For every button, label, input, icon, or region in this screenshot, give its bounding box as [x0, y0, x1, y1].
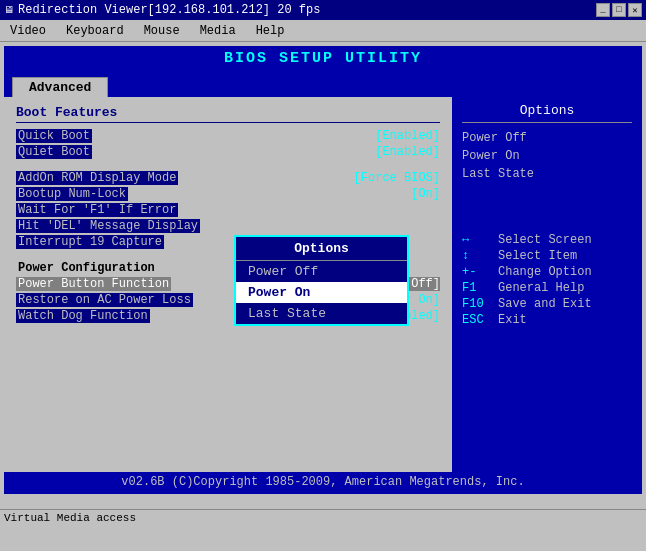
minimize-button[interactable]: _ — [596, 3, 610, 17]
bios-header: BIOS SETUP UTILITY — [4, 46, 642, 71]
label-select-item: Select Item — [498, 249, 577, 263]
window-icon: 🖥 — [4, 4, 14, 16]
dropdown-item-power-off[interactable]: Power Off — [236, 261, 407, 282]
value-bootup-numlock: [On] — [411, 187, 440, 201]
bios-row-quiet-boot[interactable]: Quiet Boot [Enabled] — [16, 145, 440, 159]
right-divider-3 — [462, 215, 632, 231]
window-title-left: 🖥 Redirection Viewer[192.168.101.212] 20… — [4, 3, 320, 17]
menu-keyboard[interactable]: Keyboard — [60, 23, 130, 39]
right-panel-title: Options — [462, 103, 632, 123]
close-button[interactable]: ✕ — [628, 3, 642, 17]
bios-row-hit-del[interactable]: Hit 'DEL' Message Display — [16, 219, 440, 233]
key-change-option: +- — [462, 265, 492, 279]
label-wait-f1: Wait For 'F1' If Error — [16, 203, 178, 217]
label-exit: Exit — [498, 313, 527, 327]
bios-row-wait-f1[interactable]: Wait For 'F1' If Error — [16, 203, 440, 217]
keybind-select-screen: ↔ Select Screen — [462, 233, 632, 247]
right-panel: Options Power Off Power On Last State ↔ … — [452, 97, 642, 472]
right-option-power-on: Power On — [462, 147, 632, 165]
label-power-config: Power Configuration — [16, 261, 157, 275]
key-select-screen: ↔ — [462, 233, 492, 247]
keybind-general-help: F1 General Help — [462, 281, 632, 295]
right-option-last-state: Last State — [462, 165, 632, 183]
label-power-btn: Power Button Function — [16, 277, 171, 291]
menu-bar: Video Keyboard Mouse Media Help — [0, 20, 646, 42]
value-quiet-boot: [Enabled] — [375, 145, 440, 159]
value-addon-rom: [Force BIOS] — [354, 171, 440, 185]
bios-main: Boot Features Quick Boot [Enabled] Quiet… — [4, 97, 642, 472]
bios-container: BIOS SETUP UTILITY Advanced Boot Feature… — [0, 42, 646, 509]
label-watchdog: Watch Dog Function — [16, 309, 150, 323]
bottom-bar: Virtual Media access — [0, 509, 646, 527]
keybind-select-item: ↕ Select Item — [462, 249, 632, 263]
label-addon-rom: AddOn ROM Display Mode — [16, 171, 178, 185]
key-save-exit: F10 — [462, 297, 492, 311]
bios-row-addon-rom[interactable]: AddOn ROM Display Mode [Force BIOS] — [16, 171, 440, 185]
left-panel: Boot Features Quick Boot [Enabled] Quiet… — [4, 97, 452, 472]
label-restore-ac: Restore on AC Power Loss — [16, 293, 193, 307]
keybind-change-option: +- Change Option — [462, 265, 632, 279]
keybind-exit: ESC Exit — [462, 313, 632, 327]
value-quick-boot: [Enabled] — [375, 129, 440, 143]
maximize-button[interactable]: □ — [612, 3, 626, 17]
menu-help[interactable]: Help — [250, 23, 291, 39]
label-select-screen: Select Screen — [498, 233, 592, 247]
status-bar: v02.6B (C)Copyright 1985-2009, American … — [4, 472, 642, 494]
window-title: Redirection Viewer[192.168.101.212] 20 f… — [18, 3, 320, 17]
dropdown-item-last-state[interactable]: Last State — [236, 303, 407, 324]
window-title-bar: 🖥 Redirection Viewer[192.168.101.212] 20… — [0, 0, 646, 20]
dropdown-item-power-on[interactable]: Power On — [236, 282, 407, 303]
section-title: Boot Features — [16, 105, 440, 123]
menu-media[interactable]: Media — [194, 23, 242, 39]
bios-row-quick-boot[interactable]: Quick Boot [Enabled] — [16, 129, 440, 143]
keybind-save-exit: F10 Save and Exit — [462, 297, 632, 311]
spacer-1 — [16, 161, 440, 169]
dropdown-title: Options — [236, 237, 407, 261]
bios-row-bootup-numlock[interactable]: Bootup Num-Lock [On] — [16, 187, 440, 201]
dropdown-popup: Options Power Off Power On Last State — [234, 235, 409, 326]
right-option-power-off: Power Off — [462, 129, 632, 147]
key-general-help: F1 — [462, 281, 492, 295]
key-exit: ESC — [462, 313, 492, 327]
label-quiet-boot: Quiet Boot — [16, 145, 92, 159]
label-save-exit: Save and Exit — [498, 297, 592, 311]
tab-advanced[interactable]: Advanced — [12, 77, 108, 97]
right-divider-2 — [462, 199, 632, 215]
label-bootup-numlock: Bootup Num-Lock — [16, 187, 128, 201]
key-select-item: ↕ — [462, 249, 492, 263]
right-divider — [462, 183, 632, 199]
label-change-option: Change Option — [498, 265, 592, 279]
label-hit-del: Hit 'DEL' Message Display — [16, 219, 200, 233]
label-general-help: General Help — [498, 281, 584, 295]
menu-video[interactable]: Video — [4, 23, 52, 39]
menu-mouse[interactable]: Mouse — [138, 23, 186, 39]
window-controls: _ □ ✕ — [596, 3, 642, 17]
tab-bar: Advanced — [4, 71, 642, 97]
label-interrupt19: Interrupt 19 Capture — [16, 235, 164, 249]
label-quick-boot: Quick Boot — [16, 129, 92, 143]
